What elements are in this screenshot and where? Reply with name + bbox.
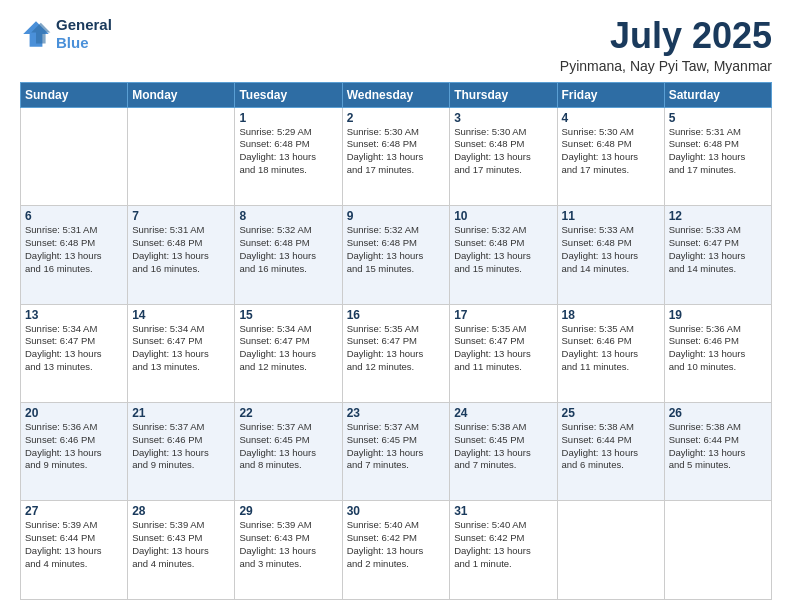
calendar-header-row: SundayMondayTuesdayWednesdayThursdayFrid… — [21, 82, 772, 107]
calendar-header-sunday: Sunday — [21, 82, 128, 107]
calendar-cell: 1Sunrise: 5:29 AMSunset: 6:48 PMDaylight… — [235, 107, 342, 205]
day-number: 30 — [347, 504, 446, 518]
day-number: 4 — [562, 111, 660, 125]
day-info: Sunrise: 5:38 AMSunset: 6:44 PMDaylight:… — [669, 421, 767, 472]
calendar-cell: 28Sunrise: 5:39 AMSunset: 6:43 PMDayligh… — [128, 501, 235, 600]
day-number: 31 — [454, 504, 552, 518]
day-number: 25 — [562, 406, 660, 420]
calendar-cell — [664, 501, 771, 600]
day-number: 27 — [25, 504, 123, 518]
calendar-cell: 20Sunrise: 5:36 AMSunset: 6:46 PMDayligh… — [21, 403, 128, 501]
calendar-cell: 4Sunrise: 5:30 AMSunset: 6:48 PMDaylight… — [557, 107, 664, 205]
day-number: 29 — [239, 504, 337, 518]
calendar-header-wednesday: Wednesday — [342, 82, 450, 107]
day-info: Sunrise: 5:35 AMSunset: 6:47 PMDaylight:… — [454, 323, 552, 374]
day-info: Sunrise: 5:30 AMSunset: 6:48 PMDaylight:… — [562, 126, 660, 177]
day-info: Sunrise: 5:32 AMSunset: 6:48 PMDaylight:… — [454, 224, 552, 275]
day-number: 28 — [132, 504, 230, 518]
main-title: July 2025 — [560, 16, 772, 56]
day-info: Sunrise: 5:30 AMSunset: 6:48 PMDaylight:… — [454, 126, 552, 177]
day-info: Sunrise: 5:37 AMSunset: 6:45 PMDaylight:… — [347, 421, 446, 472]
day-info: Sunrise: 5:38 AMSunset: 6:45 PMDaylight:… — [454, 421, 552, 472]
subtitle: Pyinmana, Nay Pyi Taw, Myanmar — [560, 58, 772, 74]
calendar-week-4: 20Sunrise: 5:36 AMSunset: 6:46 PMDayligh… — [21, 403, 772, 501]
day-info: Sunrise: 5:36 AMSunset: 6:46 PMDaylight:… — [669, 323, 767, 374]
header: General Blue July 2025 Pyinmana, Nay Pyi… — [20, 16, 772, 74]
day-number: 13 — [25, 308, 123, 322]
day-number: 21 — [132, 406, 230, 420]
calendar-cell: 31Sunrise: 5:40 AMSunset: 6:42 PMDayligh… — [450, 501, 557, 600]
day-info: Sunrise: 5:39 AMSunset: 6:43 PMDaylight:… — [239, 519, 337, 570]
calendar-week-5: 27Sunrise: 5:39 AMSunset: 6:44 PMDayligh… — [21, 501, 772, 600]
day-info: Sunrise: 5:31 AMSunset: 6:48 PMDaylight:… — [132, 224, 230, 275]
day-number: 10 — [454, 209, 552, 223]
calendar-cell: 9Sunrise: 5:32 AMSunset: 6:48 PMDaylight… — [342, 206, 450, 304]
day-info: Sunrise: 5:29 AMSunset: 6:48 PMDaylight:… — [239, 126, 337, 177]
calendar-cell — [21, 107, 128, 205]
logo-text: General Blue — [56, 16, 112, 52]
day-info: Sunrise: 5:39 AMSunset: 6:43 PMDaylight:… — [132, 519, 230, 570]
day-number: 9 — [347, 209, 446, 223]
calendar-week-2: 6Sunrise: 5:31 AMSunset: 6:48 PMDaylight… — [21, 206, 772, 304]
day-info: Sunrise: 5:40 AMSunset: 6:42 PMDaylight:… — [347, 519, 446, 570]
day-info: Sunrise: 5:33 AMSunset: 6:47 PMDaylight:… — [669, 224, 767, 275]
day-number: 8 — [239, 209, 337, 223]
calendar-header-monday: Monday — [128, 82, 235, 107]
calendar-week-1: 1Sunrise: 5:29 AMSunset: 6:48 PMDaylight… — [21, 107, 772, 205]
day-number: 1 — [239, 111, 337, 125]
day-number: 11 — [562, 209, 660, 223]
calendar-cell: 16Sunrise: 5:35 AMSunset: 6:47 PMDayligh… — [342, 304, 450, 402]
calendar-header-saturday: Saturday — [664, 82, 771, 107]
calendar-header-tuesday: Tuesday — [235, 82, 342, 107]
calendar-cell: 5Sunrise: 5:31 AMSunset: 6:48 PMDaylight… — [664, 107, 771, 205]
calendar-header-friday: Friday — [557, 82, 664, 107]
calendar-cell: 30Sunrise: 5:40 AMSunset: 6:42 PMDayligh… — [342, 501, 450, 600]
calendar-cell — [128, 107, 235, 205]
calendar-cell: 15Sunrise: 5:34 AMSunset: 6:47 PMDayligh… — [235, 304, 342, 402]
title-block: July 2025 Pyinmana, Nay Pyi Taw, Myanmar — [560, 16, 772, 74]
day-number: 26 — [669, 406, 767, 420]
day-info: Sunrise: 5:36 AMSunset: 6:46 PMDaylight:… — [25, 421, 123, 472]
calendar-cell: 21Sunrise: 5:37 AMSunset: 6:46 PMDayligh… — [128, 403, 235, 501]
day-number: 18 — [562, 308, 660, 322]
calendar-cell: 22Sunrise: 5:37 AMSunset: 6:45 PMDayligh… — [235, 403, 342, 501]
day-number: 6 — [25, 209, 123, 223]
day-info: Sunrise: 5:31 AMSunset: 6:48 PMDaylight:… — [25, 224, 123, 275]
calendar-cell: 7Sunrise: 5:31 AMSunset: 6:48 PMDaylight… — [128, 206, 235, 304]
day-info: Sunrise: 5:33 AMSunset: 6:48 PMDaylight:… — [562, 224, 660, 275]
day-number: 3 — [454, 111, 552, 125]
logo-icon — [20, 18, 52, 50]
day-info: Sunrise: 5:32 AMSunset: 6:48 PMDaylight:… — [347, 224, 446, 275]
day-number: 14 — [132, 308, 230, 322]
calendar-cell: 19Sunrise: 5:36 AMSunset: 6:46 PMDayligh… — [664, 304, 771, 402]
calendar-cell: 26Sunrise: 5:38 AMSunset: 6:44 PMDayligh… — [664, 403, 771, 501]
day-info: Sunrise: 5:40 AMSunset: 6:42 PMDaylight:… — [454, 519, 552, 570]
day-number: 19 — [669, 308, 767, 322]
calendar-cell: 18Sunrise: 5:35 AMSunset: 6:46 PMDayligh… — [557, 304, 664, 402]
calendar-cell: 14Sunrise: 5:34 AMSunset: 6:47 PMDayligh… — [128, 304, 235, 402]
calendar-cell: 25Sunrise: 5:38 AMSunset: 6:44 PMDayligh… — [557, 403, 664, 501]
day-info: Sunrise: 5:32 AMSunset: 6:48 PMDaylight:… — [239, 224, 337, 275]
logo: General Blue — [20, 16, 112, 52]
calendar-cell: 24Sunrise: 5:38 AMSunset: 6:45 PMDayligh… — [450, 403, 557, 501]
calendar-cell — [557, 501, 664, 600]
day-info: Sunrise: 5:37 AMSunset: 6:46 PMDaylight:… — [132, 421, 230, 472]
day-number: 15 — [239, 308, 337, 322]
calendar-cell: 10Sunrise: 5:32 AMSunset: 6:48 PMDayligh… — [450, 206, 557, 304]
calendar-cell: 12Sunrise: 5:33 AMSunset: 6:47 PMDayligh… — [664, 206, 771, 304]
day-info: Sunrise: 5:34 AMSunset: 6:47 PMDaylight:… — [132, 323, 230, 374]
calendar-cell: 17Sunrise: 5:35 AMSunset: 6:47 PMDayligh… — [450, 304, 557, 402]
calendar-week-3: 13Sunrise: 5:34 AMSunset: 6:47 PMDayligh… — [21, 304, 772, 402]
day-number: 17 — [454, 308, 552, 322]
day-info: Sunrise: 5:31 AMSunset: 6:48 PMDaylight:… — [669, 126, 767, 177]
day-number: 12 — [669, 209, 767, 223]
day-info: Sunrise: 5:38 AMSunset: 6:44 PMDaylight:… — [562, 421, 660, 472]
calendar-cell: 6Sunrise: 5:31 AMSunset: 6:48 PMDaylight… — [21, 206, 128, 304]
calendar-cell: 3Sunrise: 5:30 AMSunset: 6:48 PMDaylight… — [450, 107, 557, 205]
day-number: 16 — [347, 308, 446, 322]
day-number: 23 — [347, 406, 446, 420]
calendar-cell: 23Sunrise: 5:37 AMSunset: 6:45 PMDayligh… — [342, 403, 450, 501]
day-number: 7 — [132, 209, 230, 223]
day-info: Sunrise: 5:37 AMSunset: 6:45 PMDaylight:… — [239, 421, 337, 472]
day-info: Sunrise: 5:35 AMSunset: 6:47 PMDaylight:… — [347, 323, 446, 374]
